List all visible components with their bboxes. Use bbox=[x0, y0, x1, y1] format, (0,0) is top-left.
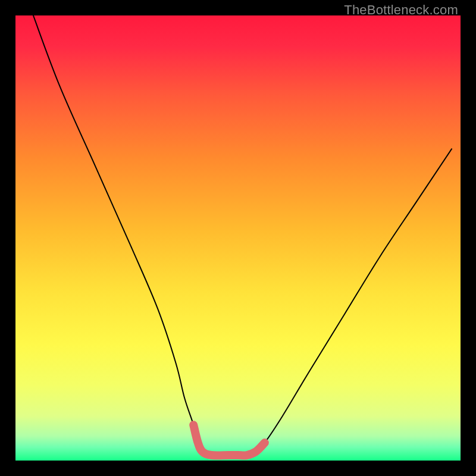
watermark-text: TheBottleneck.com bbox=[344, 2, 458, 18]
chart-curves bbox=[15, 15, 461, 461]
bottleneck-curve-line bbox=[33, 15, 452, 456]
optimal-range-marker bbox=[193, 425, 265, 455]
plot-area bbox=[15, 15, 461, 461]
chart-frame: TheBottleneck.com bbox=[0, 0, 476, 476]
